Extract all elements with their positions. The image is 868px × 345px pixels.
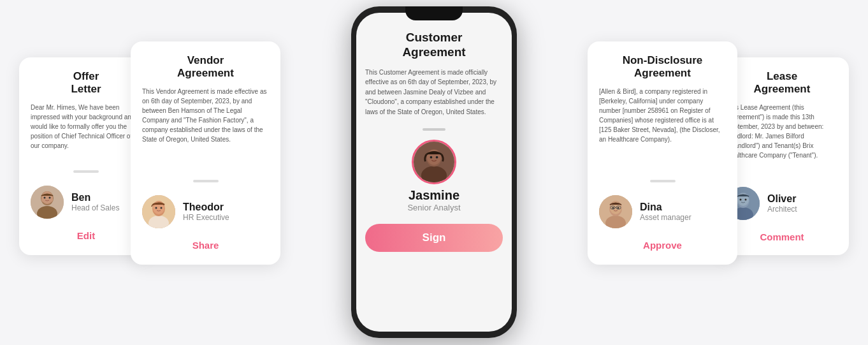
jasmine-name: Jasmine	[365, 188, 503, 203]
vendor-content: VendorAgreement This Vendor Agreement is…	[131, 41, 280, 172]
nda-title: Non-DisclosureAgreement	[599, 54, 726, 80]
svg-point-14	[421, 166, 447, 184]
edit-button[interactable]: Edit	[31, 226, 141, 245]
svg-rect-4	[41, 197, 53, 202]
svg-point-12	[161, 207, 163, 209]
comment-button[interactable]: Comment	[727, 228, 837, 246]
dina-person-row: Dina Asset manager	[599, 195, 726, 228]
nda-body: [Allen & Bird], a company registered in …	[599, 87, 726, 144]
share-button[interactable]: Share	[142, 236, 269, 254]
svg-point-17	[430, 156, 433, 159]
dina-avatar	[599, 195, 632, 228]
approve-button[interactable]: Approve	[599, 236, 726, 254]
nda-card: Non-DisclosureAgreement [Allen & Bird], …	[588, 41, 737, 265]
phone-notch	[405, 6, 463, 20]
nda-content: Non-DisclosureAgreement [Allen & Bird], …	[588, 41, 737, 172]
lease-body: This Lease Agreement (this "Agreement") …	[727, 103, 837, 160]
svg-point-23	[612, 207, 614, 209]
nda-divider	[650, 180, 676, 182]
dina-avatar-svg	[599, 195, 632, 228]
offer-body: Dear Mr. Himes, We have been impressed w…	[31, 103, 141, 150]
theodor-name: Theodor	[183, 202, 229, 213]
oliver-person-row: Oliver Architect	[727, 187, 837, 220]
vendor-footer: Theodor HR Executive Share	[131, 189, 280, 265]
sign-button[interactable]: Sign	[365, 224, 503, 252]
vendor-agreement-card: VendorAgreement This Vendor Agreement is…	[131, 41, 280, 265]
phone-screen: CustomerAgreement This Customer Agreemen…	[356, 13, 512, 332]
ben-avatar	[31, 186, 64, 219]
jasmine-role: Senior Analyst	[365, 203, 503, 212]
offer-title: OfferLetter	[31, 70, 141, 96]
dina-role: Asset manager	[640, 213, 691, 222]
ben-avatar-svg	[31, 186, 64, 219]
dina-info: Dina Asset manager	[640, 202, 691, 222]
theodor-person-row: Theodor HR Executive	[142, 195, 269, 228]
oliver-role: Architect	[767, 205, 797, 214]
ben-info: Ben Head of Sales	[71, 192, 119, 212]
customer-title: CustomerAgreement	[365, 31, 503, 60]
lease-title: LeaseAgreement	[727, 70, 837, 96]
theodor-info: Theodor HR Executive	[183, 202, 229, 222]
vendor-divider	[193, 180, 219, 182]
phone-wrapper: CustomerAgreement This Customer Agreemen…	[345, 0, 523, 345]
ben-role: Head of Sales	[71, 203, 119, 212]
theodor-avatar	[142, 195, 175, 228]
scene: OfferLetter Dear Mr. Himes, We have been…	[0, 0, 868, 345]
nda-footer: Dina Asset manager Approve	[588, 189, 737, 265]
oliver-info: Oliver Architect	[767, 193, 797, 214]
svg-point-5	[44, 197, 46, 199]
customer-body: This Customer Agreement is made official…	[365, 68, 503, 117]
offer-divider	[73, 170, 99, 173]
jasmine-avatar	[412, 140, 456, 184]
theodor-avatar-svg	[142, 195, 175, 228]
ben-name: Ben	[71, 192, 119, 203]
vendor-title: VendorAgreement	[142, 54, 269, 80]
ben-person-row: Ben Head of Sales	[31, 186, 141, 219]
theodor-role: HR Executive	[183, 213, 229, 222]
svg-point-24	[618, 207, 619, 209]
dina-name: Dina	[640, 202, 691, 213]
oliver-name: Oliver	[767, 193, 797, 205]
customer-divider	[423, 128, 445, 131]
svg-point-18	[436, 156, 438, 159]
svg-point-33	[745, 198, 747, 200]
svg-point-11	[156, 207, 157, 209]
jasmine-avatar-svg	[414, 140, 454, 184]
svg-point-32	[740, 198, 742, 200]
phone-body: CustomerAgreement This Customer Agreemen…	[351, 6, 517, 338]
vendor-body: This Vendor Agreement is made effective …	[142, 87, 269, 144]
svg-point-6	[49, 197, 51, 199]
